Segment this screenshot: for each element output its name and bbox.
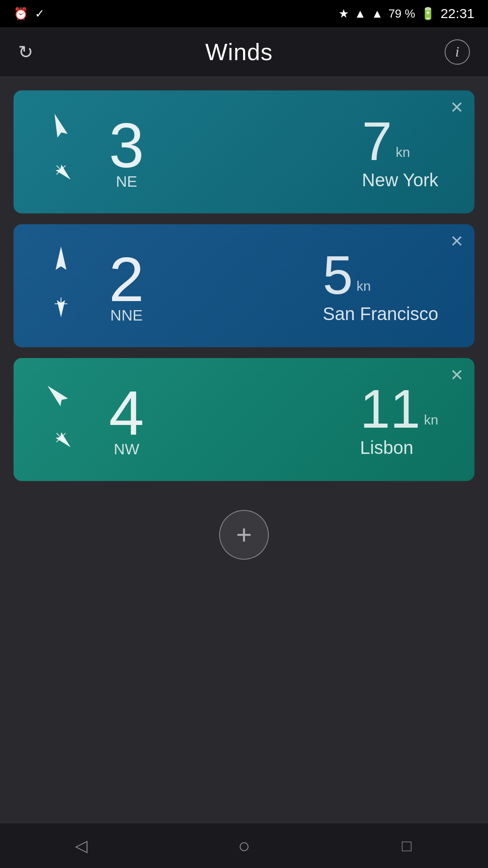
close-new-york-button[interactable]: ✕ [450,99,464,116]
status-right-icons: ★ ▲ ▲ 79 % 🔋 22:31 [338,6,474,21]
wind-unit-new-york: kn [396,145,410,160]
wind-bearing-lisbon: 4 [109,382,144,445]
wind-data-bearing-sf: 2 NNE [99,248,154,324]
wind-unit-lisbon: kn [424,412,438,428]
status-bar: ⏰ ✓ ★ ▲ ▲ 79 % 🔋 22:31 [0,0,488,27]
wind-data-speed-new-york: 7 kn New York [362,114,438,190]
close-san-francisco-button[interactable]: ✕ [450,233,464,250]
app-header: ↻ Winds i [0,27,488,77]
wind-compass-san-francisco [32,241,90,331]
recent-apps-button[interactable]: □ [389,828,425,864]
wind-bearing-sf: 2 [109,248,144,311]
wind-data-speed-sf: 5 kn San Francisco [323,248,438,324]
wind-card-lisbon: ✕ 4 NW 11 kn Li [14,358,474,481]
wind-card-new-york: ✕ 3 NE 7 kn New [14,90,474,213]
back-icon: ◁ [75,836,88,855]
svg-marker-0 [49,112,67,137]
nav-bar: ◁ ○ □ [0,823,488,868]
wifi-icon: ▲ [354,7,366,21]
battery-percentage: 79 % [389,7,415,21]
wind-bearing-new-york: 3 [109,114,144,177]
plus-icon: + [236,521,252,548]
wind-compass-new-york [32,107,90,197]
wind-compass-lisbon [32,374,90,465]
back-button[interactable]: ◁ [63,828,99,864]
info-button[interactable]: i [445,39,470,65]
wind-speed-lisbon: 11 [360,382,420,436]
bluetooth-icon: ★ [338,7,349,21]
home-button[interactable]: ○ [226,828,262,864]
task-icon: ✓ [35,7,45,21]
page-title: Winds [205,38,272,66]
wind-speed-sf: 5 [323,248,353,302]
alarm-icon: ⏰ [14,7,28,21]
add-section: + [14,492,474,587]
status-left-icons: ⏰ ✓ [14,7,45,21]
wind-data-bearing-new-york: 3 NE [99,114,154,190]
add-location-button[interactable]: + [219,510,269,560]
clock: 22:31 [441,6,474,21]
svg-marker-8 [44,382,68,406]
main-content: ✕ 3 NE 7 kn New [0,77,488,823]
home-icon: ○ [238,835,250,857]
wind-direction-new-york: NE [116,173,137,190]
refresh-button[interactable]: ↻ [18,42,33,62]
wind-data-speed-lisbon: 11 kn Lisbon [360,382,438,458]
wind-city-sf: San Francisco [323,304,438,324]
wind-city-new-york: New York [362,170,438,190]
wind-speed-new-york: 7 [362,114,392,168]
info-icon: i [445,39,470,65]
recent-icon: □ [402,836,412,855]
wind-city-lisbon: Lisbon [360,438,413,458]
close-lisbon-button[interactable]: ✕ [450,367,464,383]
wind-direction-sf: NNE [110,307,143,324]
wind-data-bearing-lisbon: 4 NW [99,382,154,458]
wind-card-san-francisco: ✕ 2 NNE 5 kn Sa [14,224,474,347]
signal-icon: ▲ [371,7,383,21]
svg-marker-4 [56,246,66,270]
wind-unit-sf: kn [357,278,371,294]
battery-icon: 🔋 [421,7,435,21]
refresh-icon: ↻ [18,42,33,62]
wind-direction-lisbon: NW [114,440,140,458]
